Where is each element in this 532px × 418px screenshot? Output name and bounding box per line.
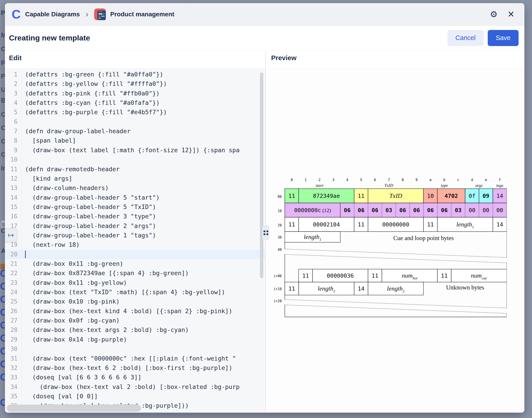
svg-text:11: 11 — [441, 272, 448, 279]
code-line: 27 (draw-box 0x0f :bg-cyan) — [5, 316, 265, 325]
svg-text:2: 2 — [318, 178, 321, 182]
line-text: (draw-box 0x0f :bg-cyan) — [25, 316, 120, 325]
svg-text:11: 11 — [302, 272, 309, 279]
line-number: 1 — [5, 70, 17, 79]
gear-icon[interactable]: ⚙ — [490, 10, 497, 19]
svg-text:14: 14 — [358, 285, 364, 292]
svg-text:06: 06 — [344, 207, 351, 213]
line-text: (draw-box (text label [:math {:font-size… — [25, 146, 240, 155]
line-number: 2 — [5, 79, 17, 89]
expand-icon: ↦ — [8, 231, 14, 239]
svg-text:03: 03 — [386, 207, 392, 213]
code-line: 24 (draw-box (text "TxID" :math) [{:span… — [5, 288, 265, 297]
svg-text:03: 03 — [455, 207, 461, 213]
byte-diagram: 0123456789abcdefstartTxIDtypeargstags118… — [268, 177, 507, 321]
code-line: 33 (doseq [val [6 6 3 6 6 6 6 3]] — [5, 373, 265, 382]
line-number: 11 — [5, 164, 17, 174]
expand-sidebar-button[interactable]: ↦ — [5, 228, 17, 242]
line-number: 9 — [5, 146, 17, 155]
line-number: 4 — [5, 98, 17, 107]
svg-text:5: 5 — [360, 178, 362, 182]
code-editor[interactable]: 1(defattrs :bg-green {:fill "#a0ffa0"})2… — [5, 69, 265, 413]
svg-text:11: 11 — [288, 193, 295, 199]
close-icon[interactable]: ✕ — [508, 10, 515, 19]
save-button[interactable]: Save — [488, 30, 519, 46]
line-text: (draw-box 0x11 :bg-green) — [25, 259, 123, 268]
svg-text:10: 10 — [278, 209, 282, 213]
code-line: 2(defattrs :bg-yellow {:fill "#ffffa0"}) — [5, 79, 265, 89]
code-line: 28 (draw-box (hex-text args 2 :bold) :bg… — [5, 325, 265, 335]
drag-handle-icon[interactable] — [262, 225, 269, 240]
svg-text:11: 11 — [358, 221, 364, 228]
svg-text:11: 11 — [427, 221, 434, 228]
line-text: (draw-box (text "TxID" :math) [{:span 4}… — [25, 288, 225, 297]
line-text: (draw-group-label-header 2 "args") — [25, 221, 156, 231]
svg-text:0000000c (12): 0000000c (12) — [294, 207, 331, 213]
svg-text:11: 11 — [288, 221, 295, 228]
breadcrumb-page[interactable]: Product management — [110, 11, 174, 18]
svg-text:i+00: i+00 — [274, 274, 282, 278]
svg-text:1: 1 — [304, 178, 307, 182]
product-icon — [94, 9, 106, 20]
line-text: (defattrs :bg-cyan {:fill "#a0fafa"}) — [25, 98, 159, 107]
line-text: (defn draw-group-label-header — [25, 127, 130, 136]
code-line: 10 — [5, 155, 265, 164]
background-divider — [190, 0, 190, 3]
svg-text:00000036: 00000036 — [327, 272, 354, 279]
svg-text:4: 4 — [346, 178, 348, 182]
line-number: 27 — [5, 316, 17, 325]
line-text: (defn draw-remotedb-header — [25, 164, 120, 174]
svg-text:40: 40 — [278, 248, 282, 252]
code-line: 8 [span label] — [5, 136, 265, 146]
line-number: 5 — [5, 107, 17, 117]
code-line: 12 [kind args] — [5, 174, 265, 184]
modal-titlebar: Creating new template Cancel Save — [5, 26, 524, 50]
cancel-button[interactable]: Cancel — [447, 30, 484, 46]
svg-text:TxID: TxID — [389, 192, 402, 199]
line-number: 21 — [5, 259, 17, 268]
editor-vertical-scrollbar[interactable] — [260, 72, 263, 278]
breadcrumb-chevron-icon: › — [86, 10, 88, 19]
line-number: 23 — [5, 278, 17, 288]
line-number: 31 — [5, 354, 17, 363]
preview-pane: 0123456789abcdefstartTxIDtypeargstags118… — [266, 69, 524, 413]
code-line: 25 (draw-box 0x10 :bg-pink) — [5, 297, 265, 306]
line-text: (doseq [val [6 6 3 6 6 6 6 3]] — [25, 373, 141, 382]
svg-text:11: 11 — [358, 193, 364, 199]
editor-horizontal-scrollbar[interactable] — [7, 405, 141, 412]
code-line: 3(defattrs :bg-pink {:fill "#ffb0a0"}) — [5, 89, 265, 98]
svg-text:4702: 4702 — [445, 193, 458, 199]
code-line: 34 (draw-box (hex-text val 2 :bold) [:bo… — [5, 382, 265, 392]
line-number: 28 — [5, 325, 17, 335]
line-text: (defattrs :bg-green {:fill "#a0ffa0"}) — [25, 70, 163, 79]
create-template-modal: C Capable Diagrams › Product management … — [5, 3, 524, 413]
code-line: 14 (draw-group-label-header 5 "start") — [5, 193, 265, 203]
svg-text:args: args — [475, 183, 483, 188]
line-number: 3 — [5, 89, 17, 98]
svg-text:c: c — [457, 178, 459, 182]
edit-pane-label: Edit — [9, 54, 22, 62]
breadcrumb-app[interactable]: Capable Diagrams — [25, 11, 80, 18]
code-line: 21 (draw-box 0x11 :bg-green) — [5, 259, 265, 269]
svg-text:872349ae: 872349ae — [313, 193, 340, 199]
line-text: [kind args] — [25, 174, 72, 183]
code-line: 20 — [5, 250, 265, 259]
modal-topbar: C Capable Diagrams › Product management … — [5, 3, 524, 26]
svg-text:Cue and loop point bytes: Cue and loop point bytes — [393, 235, 454, 241]
code-line: 30 — [5, 344, 265, 354]
line-number: 35 — [5, 392, 17, 401]
line-text: (draw-box (hex-text val 2 :bold) [:box-r… — [25, 382, 240, 392]
code-line: 6 — [5, 117, 265, 127]
svg-text:06: 06 — [399, 207, 406, 213]
code-line: 16 (draw-group-label-header 3 "type") — [5, 212, 265, 221]
svg-text:14: 14 — [496, 193, 503, 199]
code-line: 19 (next-row 18) — [5, 240, 265, 250]
svg-text:8: 8 — [402, 178, 404, 182]
code-line: 35 (doseq [val [0 0]] — [5, 392, 265, 401]
svg-text:11: 11 — [288, 285, 295, 292]
code-line: 15 (draw-group-label-header 5 "TxID") — [5, 202, 265, 212]
code-line: 4(defattrs :bg-cyan {:fill "#a0fafa"}) — [5, 98, 265, 108]
code-line: 32 (draw-box (hex-text 6 2 :bold) [:box-… — [5, 363, 265, 373]
svg-text:06: 06 — [427, 207, 434, 213]
line-text: (draw-box 0x14 :bg-purple) — [25, 335, 127, 344]
